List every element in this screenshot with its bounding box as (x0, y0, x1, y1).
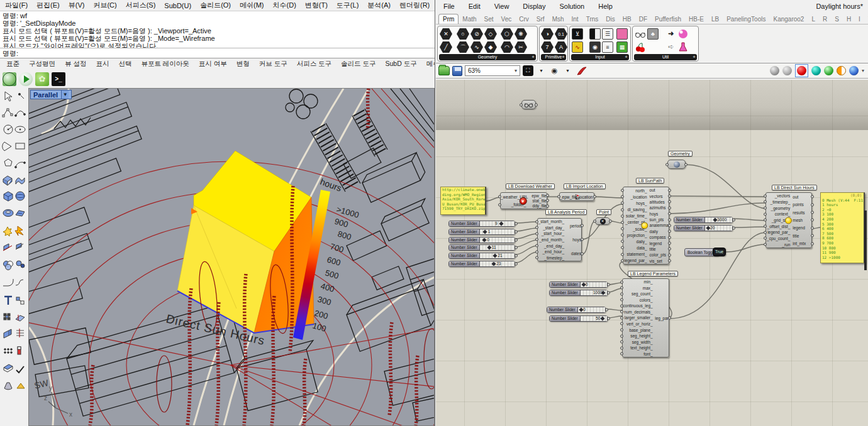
rhino-toolbar-tab[interactable]: 변형 (236, 60, 250, 68)
comp-import-location[interactable]: _epw_file location I➤NY (559, 192, 594, 201)
comp-geometry[interactable] (667, 160, 686, 169)
number-slider[interactable]: Number Slider1000 (549, 290, 608, 296)
scrollbar[interactable] (864, 210, 867, 270)
gh-tab[interactable]: HB-E (685, 14, 708, 24)
input-port[interactable]: _geometry (766, 206, 791, 210)
cherries-icon[interactable] (635, 41, 646, 53)
output-port[interactable]: out (791, 195, 811, 199)
rhino-menu-item[interactable]: 편집(E) (36, 1, 60, 10)
output-port[interactable]: period (569, 224, 581, 228)
geometry-icon[interactable]: ⬡ (501, 28, 513, 40)
comp-analysis-period[interactable]: _start_month__start_day__start_hour__end… (537, 218, 582, 261)
chevron-down-icon[interactable]: ▾ (562, 65, 573, 76)
comp-point[interactable]: ✕ (595, 217, 610, 225)
input-port[interactable]: dl_saving_ (623, 207, 648, 212)
comp-sunpath[interactable]: north__locationhoys_dl_saving_solar_time… (623, 187, 669, 265)
input-port[interactable]: _cpu_count_ (766, 236, 791, 241)
geometry-icon[interactable]: ⊘ (470, 28, 483, 40)
gh-tab[interactable]: Prm (438, 14, 459, 24)
input-port[interactable]: seg_count_ (623, 292, 654, 296)
primitive-icon[interactable]: A (555, 41, 567, 53)
geometry-icon[interactable]: ○ (457, 28, 469, 40)
output-port[interactable]: compass (648, 235, 669, 239)
output-port[interactable]: results (791, 210, 811, 215)
rhino-toolbar-tab[interactable]: 뷰 설정 (65, 60, 86, 68)
expand-icon[interactable]: + (562, 54, 565, 60)
gem-gray2-icon[interactable] (782, 66, 792, 75)
rhino-toolbar-tab[interactable]: 표시 여부 (199, 60, 227, 68)
rhino-toolbar-tab[interactable]: SubD 도구 (386, 60, 417, 68)
gh-menu-item[interactable]: Solution (559, 3, 584, 10)
number-slider[interactable]: Number Slider0 (549, 281, 608, 288)
primitive-icon[interactable]: 0.1 (555, 28, 567, 40)
input-port[interactable]: solar_time_ (623, 214, 648, 218)
output-port[interactable]: vis_set (648, 259, 669, 263)
rhino-toolbar-tab[interactable]: 서피스 도구 (297, 60, 331, 68)
sphere-blue-icon[interactable] (849, 66, 859, 75)
output-port[interactable]: color_pts (648, 253, 669, 257)
geometry-icon[interactable]: ╱ (440, 41, 452, 53)
gh-menu-item[interactable]: Edit (469, 3, 481, 10)
gh-tab[interactable]: Set (481, 14, 498, 24)
input-port[interactable]: base_plane_ (623, 328, 654, 332)
chevron-down-icon[interactable]: ▼ (61, 90, 69, 99)
viewport-mode-chip[interactable]: Parallel▼ (30, 90, 72, 99)
rhino-menu-item[interactable]: 서피스(S) (126, 1, 156, 10)
output-port[interactable]: stat_file (531, 199, 547, 203)
geometry-icon[interactable]: ✂ (515, 41, 527, 53)
gh-canvas[interactable]: http://climate.onebuilding.org/WMO_Regio… (436, 80, 868, 426)
output-port[interactable]: title (648, 247, 669, 251)
rhino-menu-item[interactable]: 파일(F) (5, 1, 28, 10)
input-port[interactable]: data_ (623, 246, 648, 250)
panel-icon[interactable] (589, 28, 601, 40)
gh-tab[interactable]: PanelingTools (723, 14, 769, 24)
item-selector-icon[interactable]: ≡ (602, 41, 613, 53)
rhino-menu-item[interactable]: 커브(C) (93, 1, 116, 10)
input-port[interactable]: seg_width_ (623, 340, 654, 344)
input-port[interactable]: _start_day_ (538, 226, 565, 230)
gem-green-icon[interactable] (824, 66, 833, 75)
panel-url[interactable]: http://climate.onebuilding.org/WMO_Regio… (440, 187, 486, 215)
zoom-select[interactable]: 63%▾ (465, 65, 520, 76)
output-port[interactable]: vectors (648, 194, 669, 199)
rhino-tool-sidebar[interactable] (0, 88, 28, 426)
input-port[interactable]: _offset_dist_ (766, 224, 791, 229)
output-port[interactable]: leg_par (654, 316, 669, 320)
output-port[interactable]: azimuths (648, 205, 669, 210)
output-port[interactable]: out (648, 188, 669, 192)
output-port[interactable]: daily (648, 229, 669, 234)
chevron-down-icon[interactable]: ▾ (862, 68, 864, 74)
flask-icon[interactable] (677, 41, 689, 53)
input-port[interactable]: hoys_ (623, 201, 648, 205)
rhino-toolbar-tab[interactable]: 메쉬 도구 (426, 60, 435, 68)
gh-tab[interactable]: Dis (602, 14, 618, 24)
rhino-toolbar-tab[interactable]: 구성평면 (29, 60, 55, 68)
expand-icon[interactable]: + (693, 54, 696, 60)
comp-download-weather[interactable]: _weather_URL_folder_ epw_filestat_filedd… (500, 192, 547, 209)
rhino-viewport[interactable]: Parallel▼ (28, 88, 435, 426)
primitive-icon[interactable]: 7 (541, 41, 554, 53)
input-port[interactable]: text_height_ (623, 346, 654, 350)
rhino-command-prompt[interactable]: 명령: (0, 48, 435, 58)
output-port[interactable]: hoys (648, 212, 669, 216)
gh-tab[interactable]: LB (708, 14, 723, 24)
output-port[interactable]: sun_pts (648, 217, 669, 222)
geometry-icon[interactable]: ◆ (484, 41, 497, 53)
geometry-icon[interactable]: ◠ (501, 41, 513, 53)
number-slider[interactable]: Number Slider50 (549, 315, 608, 322)
panel-results[interactable]: (0;0) 0 Mesh (V:44 F:11)1 hours2 <03 100… (820, 192, 865, 263)
rhino-menu-item[interactable]: 뷰(V) (69, 1, 85, 10)
rhino-toolbar-tab[interactable]: 솔리드 도구 (341, 60, 376, 68)
output-port[interactable]: title (791, 234, 811, 238)
input-port[interactable]: _end_day_ (538, 244, 565, 248)
rhino-toolbar-tab[interactable]: 커브 도구 (259, 60, 287, 68)
gh-tab[interactable]: Msh (548, 14, 568, 24)
number-slider[interactable]: Number Slider9 (448, 221, 515, 227)
output-port[interactable]: hoys (571, 238, 581, 242)
output-port[interactable]: analemma (648, 223, 669, 227)
number-slider[interactable]: Number Slider11 (448, 244, 515, 251)
sphere-orange-icon[interactable] (837, 66, 846, 75)
output-port[interactable]: legend (791, 226, 811, 230)
rhino-menu-item[interactable]: SubD(U) (164, 2, 191, 9)
gem-gray-icon[interactable] (770, 66, 779, 75)
